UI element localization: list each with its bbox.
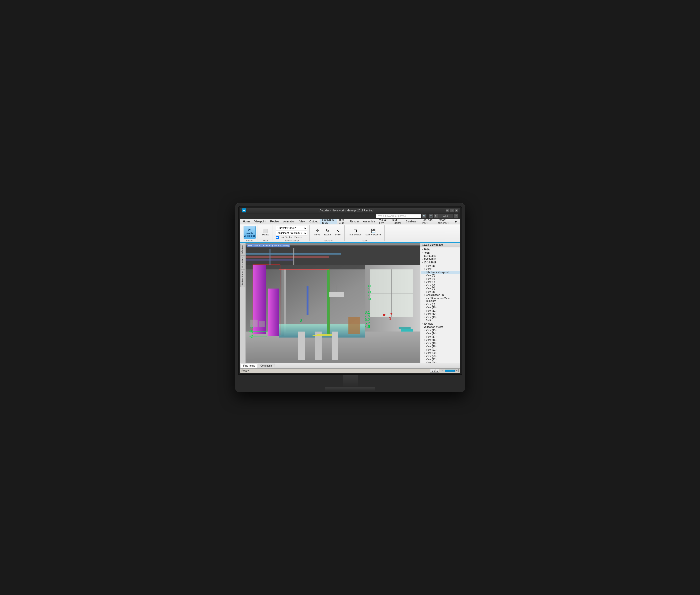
planes-icon: ⬜	[263, 229, 268, 233]
menu-bim360[interactable]: BIM 360	[337, 219, 348, 224]
menu-visual-live[interactable]: Visual Live	[377, 219, 390, 224]
viewpoint-label: View (4)	[426, 277, 435, 280]
zoom-controls: − +	[441, 369, 459, 372]
settings-icon[interactable]: ⚙	[434, 214, 438, 218]
viewpoint-item-view22[interactable]: ○View (22)	[421, 358, 460, 361]
fit-selection-button[interactable]: ⊡ Fit Selection	[348, 226, 363, 239]
menu-sectioning-tools[interactable]: Sectioning Tools	[320, 219, 337, 224]
viewpoint-item-view16[interactable]: ○View (16)	[421, 338, 460, 342]
alignment-select[interactable]: Alignment: "Custom" ▾	[276, 231, 307, 235]
menu-view[interactable]: View	[297, 219, 307, 224]
menu-review[interactable]: Review	[268, 219, 281, 224]
menu-assemble[interactable]: Assemble	[361, 219, 377, 224]
viewpoint-item-view24[interactable]: ○View (24)	[421, 361, 460, 363]
minimize-button[interactable]: ─	[446, 209, 449, 212]
scale-button[interactable]: ⤡ Scale	[333, 226, 342, 239]
right-panel: Saved Viewpoints ▸P01A▸P01B▸09-19-2019▸0…	[420, 243, 460, 363]
menu-export-addins[interactable]: Export add-ins 1	[436, 219, 453, 224]
viewpoint-item-date1[interactable]: ▸09-19-2019	[421, 254, 460, 258]
viewpoint-item-view3[interactable]: ○View (3)	[421, 274, 460, 277]
viewpoint-item-p01a[interactable]: ▸P01A	[421, 248, 460, 251]
camera-icon[interactable]: 📷	[429, 214, 433, 218]
planes-label: Planes	[262, 233, 269, 236]
viewport[interactable]: BIM Track: Issues filtering ON Sectionin…	[246, 243, 420, 363]
rotate-icon: ↻	[326, 229, 329, 233]
viewpoint-item-view23[interactable]: ○View (23)	[421, 355, 460, 358]
viewpoint-item-view13[interactable]: ○View (13)	[421, 316, 460, 319]
svg-rect-45	[329, 292, 343, 296]
search-box: Type a keyword or phrase	[376, 214, 421, 218]
menu-more[interactable]: ▶	[453, 219, 459, 224]
viewpoint-item-view15[interactable]: ○View (15)	[421, 329, 460, 332]
viewpoint-item-view8[interactable]: ○View (8)	[421, 290, 460, 293]
viewpoint-item-view9[interactable]: ○View (9)	[421, 303, 460, 306]
viewpoint-item-view1[interactable]: ○View (1)	[421, 264, 460, 267]
enable-sectioning-button[interactable]: ✂ Enable Sectioning	[244, 226, 255, 239]
viewpoint-item-view12[interactable]: ○View (12)	[421, 312, 460, 316]
viewpoint-label: View (1)	[426, 264, 435, 267]
move-button[interactable]: ✛ Move	[313, 226, 322, 239]
left-tab-properties[interactable]: Properties	[240, 256, 245, 269]
menu-bim-track[interactable]: BIM Track®	[390, 219, 404, 224]
viewpoint-item-z3dview[interactable]: ○Z - 3D View w/o View Template	[421, 296, 460, 303]
folder-icon: ▸	[422, 255, 423, 257]
viewpoint-item-validation[interactable]: ▸Validation Views	[421, 325, 460, 329]
viewpoint-item-view10[interactable]: ○View (10)	[421, 306, 460, 309]
ribbon-group-mode-buttons: ⬜ Planes	[261, 226, 271, 239]
viewpoint-label: View (9)	[426, 303, 435, 306]
menu-viewpoint[interactable]: Viewpoint	[252, 219, 268, 224]
viewpoint-item-view11[interactable]: ○View (11)	[421, 309, 460, 312]
zoom-in-button[interactable]: +	[455, 369, 459, 372]
viewpoint-item-p01b[interactable]: ▸P01B	[421, 251, 460, 254]
viewpoint-item-view_plain[interactable]: ○View	[421, 267, 460, 271]
search-button[interactable]: 🔍	[423, 214, 426, 218]
save-viewpoint-button[interactable]: 💾 Save Viewpoint	[364, 226, 382, 239]
menu-home[interactable]: Home	[241, 219, 252, 224]
view-icon: ○	[424, 339, 425, 341]
zoom-out-button[interactable]: −	[441, 369, 444, 372]
viewpoint-item-view4[interactable]: ○View (4)	[421, 277, 460, 280]
title-bar: N Autodesk Navisworks Manage 2019 Untitl…	[240, 208, 460, 214]
viewpoint-item-view21[interactable]: ○View (21)	[421, 348, 460, 351]
viewpoint-item-view17[interactable]: ○View (17)	[421, 335, 460, 338]
viewpoint-item-bim_track[interactable]: ○BIM Track Viewpoint	[421, 271, 460, 274]
menu-tool-addins[interactable]: Tool add-ins 1	[420, 219, 436, 224]
planes-button[interactable]: ⬜ Planes	[261, 226, 271, 239]
link-section-planes-control[interactable]: Link Section Planes	[276, 236, 307, 239]
menu-output[interactable]: Output	[307, 219, 320, 224]
viewpoint-item-view18[interactable]: ○View (18)	[421, 342, 460, 345]
menu-bluebeam[interactable]: Bluebeam	[404, 219, 420, 224]
viewpoint-label: Shift	[426, 319, 431, 322]
left-tab-selection[interactable]: Selection	[240, 244, 245, 256]
viewpoint-item-date3[interactable]: ▸10-10-2019	[421, 261, 460, 264]
viewpoint-item-view20[interactable]: ○View (20)	[421, 351, 460, 355]
app-title: Autodesk Navisworks Manage 2019 Untitled	[248, 209, 446, 212]
rotate-button[interactable]: ↻ Rotate	[323, 226, 332, 239]
viewpoint-item-coord3d[interactable]: ○Coordination 3D	[421, 293, 460, 296]
menu-render[interactable]: Render	[348, 219, 361, 224]
status-right: 1 of 1 − +	[430, 369, 458, 373]
zoom-slider[interactable]	[445, 370, 455, 372]
help-icon[interactable]: ?	[454, 214, 458, 218]
current-plane-select[interactable]: Current: Plane 2	[276, 226, 307, 230]
viewpoint-item-view3d[interactable]: ▸3D View	[421, 322, 460, 325]
maximize-button[interactable]: □	[450, 209, 454, 212]
link-section-planes-checkbox[interactable]	[276, 236, 279, 239]
page-indicator: 1 of 1	[430, 369, 439, 373]
viewpoint-item-view19[interactable]: ○View (19)	[421, 345, 460, 348]
viewpoint-item-view14[interactable]: ○View (14)	[421, 332, 460, 335]
comments-tab[interactable]: Comments	[258, 364, 275, 368]
viewpoint-label: View	[426, 267, 431, 271]
menu-animation[interactable]: Animation	[281, 219, 297, 224]
viewpoint-item-view6[interactable]: ○View (6)	[421, 287, 460, 290]
viewpoint-label: View (13)	[426, 316, 436, 319]
find-items-tab[interactable]: Find Items	[241, 364, 257, 368]
ribbon: ✂ Enable Sectioning Enable ⬜ Planes	[240, 224, 460, 243]
left-tab-section-planes[interactable]: Section Planes	[240, 270, 245, 287]
viewpoint-label: P01A	[424, 248, 430, 251]
close-button[interactable]: ✕	[455, 209, 458, 212]
viewpoint-item-view7[interactable]: ○View (7)	[421, 284, 460, 287]
viewpoint-item-date2[interactable]: ▸09-26-2019	[421, 258, 460, 261]
viewpoint-item-shift[interactable]: ○Shift	[421, 319, 460, 322]
viewpoint-item-view5[interactable]: ○View (5)	[421, 280, 460, 284]
